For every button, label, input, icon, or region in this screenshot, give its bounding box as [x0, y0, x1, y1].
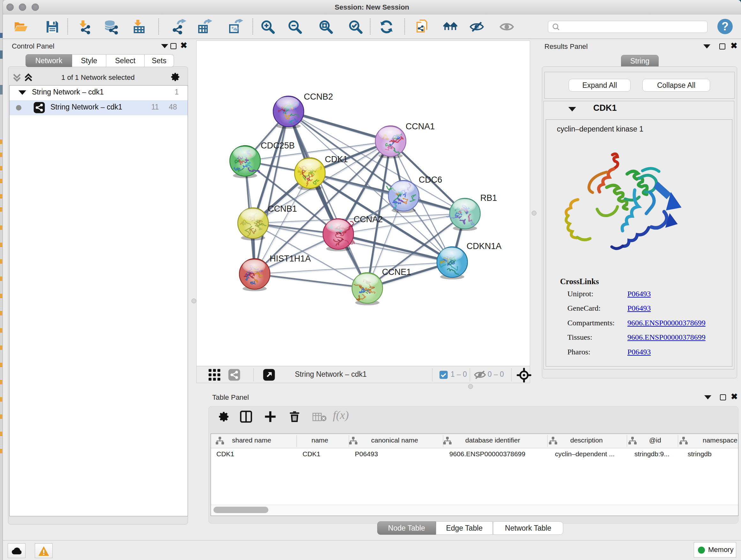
svg-text:?: ?: [722, 20, 729, 33]
svg-text:RB1: RB1: [480, 193, 497, 203]
svg-text:CDK1: CDK1: [325, 154, 348, 164]
svg-text:CCNB2: CCNB2: [304, 92, 333, 102]
svg-text:CCNA1: CCNA1: [406, 122, 435, 131]
svg-text:CCNA2: CCNA2: [354, 214, 383, 224]
svg-text:HIST1H1A: HIST1H1A: [270, 254, 311, 263]
svg-text:CDC25B: CDC25B: [261, 141, 295, 150]
svg-text:CDC6: CDC6: [419, 175, 442, 185]
svg-text:CDKN1A: CDKN1A: [467, 241, 502, 251]
svg-text:CCNE1: CCNE1: [382, 267, 411, 277]
svg-text:CCNB1: CCNB1: [268, 204, 297, 213]
